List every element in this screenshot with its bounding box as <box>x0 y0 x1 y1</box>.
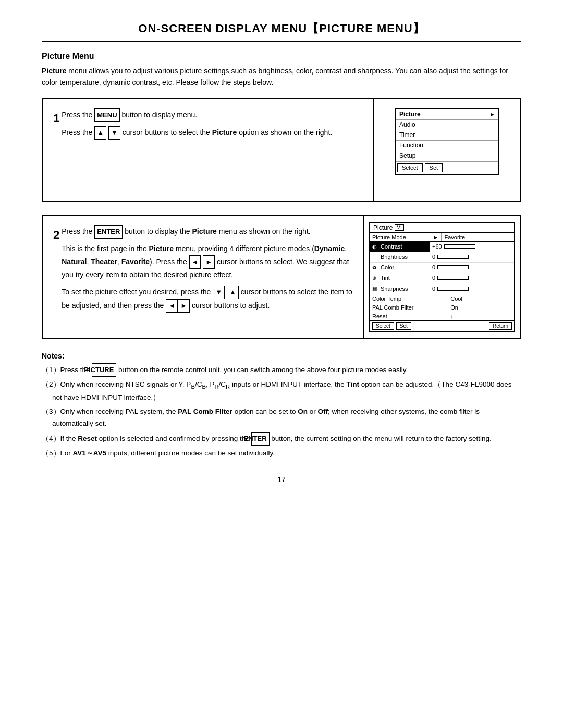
down-key2: ▼ <box>213 286 225 299</box>
note-2: （2）Only when receiving NTSC signals or Y… <box>42 379 521 404</box>
step2-left: 2 Press the ENTER button to display the … <box>43 216 364 338</box>
sharpness-row: ▦ Sharpness <box>370 283 430 294</box>
intro-text: Picture menu allows you to adjust variou… <box>42 65 521 89</box>
tint-bar <box>437 276 469 280</box>
brightness-val: 0 <box>430 252 514 263</box>
enter-key2: ENTER <box>251 432 269 446</box>
pic-menu-title: Picture <box>373 224 393 231</box>
contrast-icon: ◐ <box>372 244 380 250</box>
pal-comb-row: PAL Comb Filter On <box>370 303 514 312</box>
picture-mode-row: Picture Mode ► Favorite <box>370 233 514 242</box>
left-key2: ◄ <box>166 299 178 313</box>
pic-values-col: +60 0 0 0 0 <box>430 242 514 294</box>
pal-comb-label: PAL Comb Filter <box>370 303 448 312</box>
down-key: ▼ <box>108 126 120 140</box>
reset-label: Reset <box>370 312 448 320</box>
step1-left: 1 Press the MENU button to display menu.… <box>43 99 374 201</box>
menu-row-audio: Audio <box>396 120 498 130</box>
up-key2: ▲ <box>227 286 239 299</box>
note-5: （5）For AV1～AV5 inputs, different picture… <box>42 448 521 460</box>
menu-key: MENU <box>94 108 119 122</box>
menu-row-setup: Setup <box>396 151 498 162</box>
set-footer-btn: Set <box>396 322 411 330</box>
picture-mode-value: Favorite <box>442 233 515 241</box>
contrast-row: ◐ Contrast <box>370 242 430 252</box>
step2-block: 2 Press the ENTER button to display the … <box>42 215 521 339</box>
page-title: ON-SCREEN DISPLAY MENU【PICTURE MENU】 <box>42 21 521 42</box>
step1-number: 1 <box>53 108 59 128</box>
tint-icon: ⊕ <box>372 275 380 281</box>
sharpness-label: Sharpness <box>381 286 427 292</box>
contrast-bar <box>444 244 475 249</box>
brightness-label: Brightness <box>381 254 427 260</box>
notes-title: Notes: <box>42 352 521 360</box>
menu-row-function: Function <box>396 141 498 151</box>
color-label: Color <box>381 264 427 270</box>
note-1: （1）Press the PICTURE button on the remot… <box>42 363 521 377</box>
step1-block: 1 Press the MENU button to display menu.… <box>42 98 521 202</box>
up-key: ▲ <box>94 126 106 140</box>
left-key: ◄ <box>189 255 201 269</box>
tint-row: ⊕ Tint <box>370 273 430 283</box>
step2-content: Press the ENTER button to display the Pi… <box>62 225 352 313</box>
pal-comb-value: On <box>448 303 514 312</box>
select-btn: Select <box>397 163 423 172</box>
step1-content: Press the MENU button to display menu. P… <box>62 108 363 140</box>
reset-row: Reset ↓ <box>370 312 514 320</box>
pic-labels-col: ◐ Contrast Brightness ✿ Color ⊕ Tint <box>370 242 430 294</box>
right-key2: ► <box>178 299 190 313</box>
step1-line2: Press the ▲ ▼ cursor buttons to select t… <box>62 126 363 140</box>
step2-line2: This is the first page in the Picture me… <box>62 243 352 281</box>
reset-value: ↓ <box>448 312 514 320</box>
menu-row-timer: Timer <box>396 130 498 141</box>
menu-bottom: Select Set <box>396 162 498 174</box>
brightness-bar <box>437 255 469 259</box>
color-temp-value: Cool <box>448 294 514 303</box>
note-3: （3）Only when receiving PAL system, the P… <box>42 406 521 430</box>
contrast-label: Contrast <box>381 243 427 250</box>
set-btn: Set <box>425 163 443 172</box>
page-number: 17 <box>42 475 521 484</box>
step1-menu: Picture ► Audio Timer Function Setup Sel… <box>395 108 499 175</box>
step2-number: 2 <box>53 225 59 244</box>
sharpness-icon: ▦ <box>372 286 380 291</box>
step2-right: Picture VI Picture Mode ► Favorite ◐ Con… <box>364 216 520 338</box>
pic-menu-header: Picture VI <box>370 223 514 233</box>
tint-val: 0 <box>430 273 514 283</box>
step2-menu: Picture VI Picture Mode ► Favorite ◐ Con… <box>369 222 515 332</box>
step2-line3: To set the picture effect you desired, p… <box>62 286 352 313</box>
pic-menu-data: ◐ Contrast Brightness ✿ Color ⊕ Tint <box>370 242 514 294</box>
color-row: ✿ Color <box>370 263 430 273</box>
picture-mode-arrow: ► <box>433 234 439 240</box>
menu-row-picture: Picture ► <box>396 109 498 120</box>
enter-key: ENTER <box>94 225 123 239</box>
pic-menu-footer: Select Set Return <box>370 320 514 331</box>
arrow-icon: ► <box>489 111 495 117</box>
right-key: ► <box>203 255 215 269</box>
sharpness-bar <box>437 287 469 291</box>
tint-label: Tint <box>381 275 427 281</box>
picture-key: PICTURE <box>92 363 116 377</box>
notes-list: （1）Press the PICTURE button on the remot… <box>42 363 521 460</box>
color-bar <box>437 265 469 269</box>
step1-line1: Press the MENU button to display menu. <box>62 108 363 122</box>
notes-section: Notes: （1）Press the PICTURE button on th… <box>42 352 521 460</box>
return-footer-btn: Return <box>489 322 512 330</box>
vi-indicator: VI <box>395 224 403 231</box>
contrast-val: +60 <box>430 242 514 252</box>
color-val: 0 <box>430 263 514 273</box>
color-temp-row: Color Temp. Cool <box>370 294 514 303</box>
sharpness-val: 0 <box>430 283 514 294</box>
step1-right: Picture ► Audio Timer Function Setup Sel… <box>374 99 520 201</box>
step2-line1: Press the ENTER button to display the Pi… <box>62 225 352 239</box>
note-4: （4）If the Reset option is selected and c… <box>42 432 521 446</box>
picture-mode-label: Picture Mode ► <box>370 233 442 241</box>
color-temp-label: Color Temp. <box>370 294 448 303</box>
section-title: Picture Menu <box>42 52 521 61</box>
brightness-row: Brightness <box>370 252 430 263</box>
select-footer-btn: Select <box>372 322 394 330</box>
color-icon: ✿ <box>372 265 380 270</box>
